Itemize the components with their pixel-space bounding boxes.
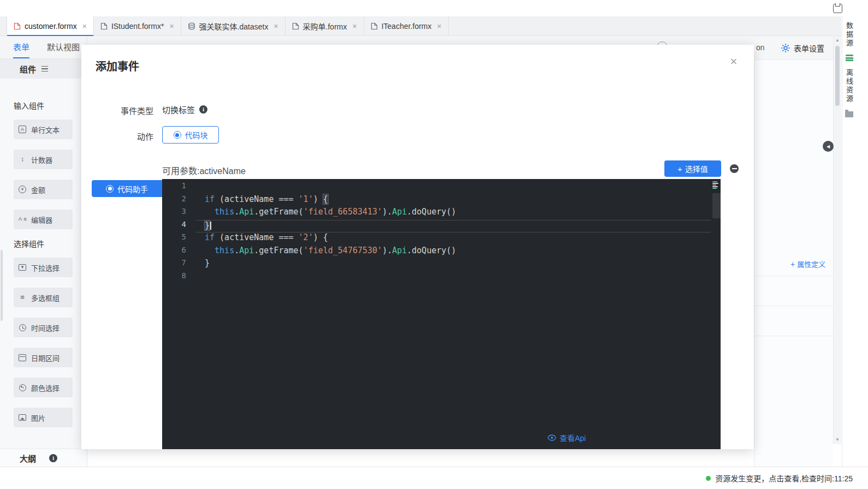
- time-icon: [18, 323, 27, 332]
- params-hint: 可用参数:activeName: [162, 164, 246, 177]
- left-sidebar: 表单 默认视图 组件 输入组件单行文本计数器金额编辑器选择组件下拉选择多选框组时…: [0, 36, 87, 467]
- component-time[interactable]: 时间选择: [14, 318, 73, 337]
- close-icon[interactable]: [169, 22, 174, 30]
- scroll-up-icon[interactable]: [834, 37, 841, 44]
- code-line[interactable]: this.Api.getFrame('field_66583413').Api.…: [196, 207, 711, 220]
- select-value-button[interactable]: 选择值: [664, 160, 721, 177]
- dropdown-icon: [18, 263, 27, 272]
- component-label: 图片: [31, 413, 45, 423]
- code-line[interactable]: if (activeName === '2') {: [196, 232, 711, 246]
- code-line[interactable]: [196, 271, 711, 284]
- component-counter[interactable]: 计数器: [14, 150, 73, 169]
- status-message[interactable]: 资源发生变更，点击查看,检查时间:11:25: [715, 473, 853, 484]
- line-number: 6: [162, 246, 196, 259]
- tab-采购单.formx[interactable]: 采购单.formx: [286, 16, 364, 35]
- dataset-icon[interactable]: [846, 55, 853, 62]
- editor-gutter: 12345678: [162, 181, 196, 284]
- editor-code[interactable]: if (activeName === '1') { this.Api.getFr…: [196, 181, 711, 284]
- view-api-label: 查看Api: [560, 432, 586, 443]
- close-icon[interactable]: [437, 22, 442, 30]
- tab-form[interactable]: 表单: [13, 36, 29, 58]
- scrollbar-thumb[interactable]: [835, 46, 840, 106]
- close-icon[interactable]: [274, 22, 278, 30]
- dialog-title: 添加事件: [96, 58, 139, 74]
- line-number: 3: [162, 207, 196, 220]
- info-icon[interactable]: [199, 105, 207, 114]
- tab-default-view[interactable]: 默认视图: [47, 36, 80, 58]
- tab-IStudent.formx*[interactable]: IStudent.formx*: [94, 16, 181, 35]
- editor-minimap[interactable]: [711, 181, 720, 189]
- minimap-line: [712, 181, 717, 182]
- code-line[interactable]: }: [196, 258, 711, 271]
- menu-icon[interactable]: [41, 66, 48, 71]
- tab-ITeacher.formx[interactable]: ITeacher.formx: [364, 16, 449, 35]
- close-icon[interactable]: [82, 22, 87, 30]
- folder-icon[interactable]: [845, 111, 853, 117]
- component-dropdown[interactable]: 下拉选择: [14, 258, 73, 277]
- tab-label: ITeacher.formx: [382, 22, 432, 31]
- close-icon[interactable]: [728, 56, 740, 68]
- view-api-link[interactable]: 查看Api: [548, 432, 586, 443]
- save-button[interactable]: [832, 3, 843, 14]
- code-assistant-label: 代码助手: [117, 183, 148, 194]
- component-checkbox-group[interactable]: 多选框组: [14, 288, 73, 307]
- group-title: 选择组件: [14, 240, 87, 249]
- code-assistant-button[interactable]: 代码助手: [92, 180, 162, 197]
- properties-panel: 属性定义: [754, 60, 833, 467]
- code-editor[interactable]: 12345678 if (activeName === '1') { this.…: [162, 179, 721, 449]
- component-date-range[interactable]: 日期区间: [14, 348, 73, 367]
- text-cursor: [210, 222, 211, 230]
- editor-icon: [18, 215, 27, 224]
- eye-icon: [548, 434, 556, 441]
- code-line[interactable]: if (activeName === '1') {: [196, 194, 711, 207]
- tab-label: customer.formx: [25, 22, 77, 31]
- header-partial-text: on: [756, 43, 765, 52]
- code-line[interactable]: }: [196, 220, 711, 233]
- dataset-file-icon: [188, 22, 195, 30]
- add-property-label: 属性定义: [797, 259, 825, 269]
- statusbar: 资源发生变更，点击查看,检查时间:11:25: [0, 467, 868, 489]
- close-icon[interactable]: [352, 22, 356, 30]
- rail-item-datasource[interactable]: 数据源: [844, 22, 854, 48]
- add-property-button[interactable]: 属性定义: [790, 259, 825, 269]
- titlebar: [0, 0, 868, 16]
- settings-label: 表单设置: [794, 43, 824, 53]
- component-color[interactable]: 颜色选择: [14, 378, 73, 397]
- info-icon[interactable]: [49, 454, 57, 462]
- component-label: 颜色选择: [31, 383, 60, 393]
- code-block-option[interactable]: 代码块: [162, 126, 219, 144]
- component-label: 日期区间: [31, 353, 60, 363]
- rail-item-offline-resources[interactable]: 离线资源: [844, 69, 854, 104]
- sidebar-scrollbar[interactable]: [1, 250, 3, 321]
- tab-bar: customer.formxIStudent.formx*强关联实体.datas…: [0, 16, 841, 36]
- remove-icon[interactable]: [730, 164, 739, 173]
- event-type-text: 切换标签: [162, 104, 195, 115]
- vertical-scrollbar[interactable]: [833, 36, 841, 444]
- target-icon: [106, 185, 114, 193]
- tab-customer.formx[interactable]: customer.formx: [7, 16, 94, 35]
- tab-强关联实体.datasetx[interactable]: 强关联实体.datasetx: [181, 16, 286, 35]
- component-label: 金额: [31, 184, 45, 195]
- component-label: 下拉选择: [31, 263, 60, 273]
- code-line[interactable]: this.Api.getFrame('field_54767530').Api.…: [196, 246, 711, 259]
- scroll-down-icon[interactable]: [834, 436, 841, 444]
- code-block-label: 代码块: [185, 129, 208, 140]
- component-label: 时间选择: [31, 323, 60, 333]
- line-number: 4: [162, 220, 196, 233]
- add-event-dialog: 添加事件 事件类型 切换标签 动作 代码块 可用参数:activeName 选择…: [81, 45, 754, 449]
- component-currency[interactable]: 金额: [14, 180, 73, 199]
- component-editor[interactable]: 编辑器: [14, 210, 73, 229]
- code-line[interactable]: [196, 181, 711, 194]
- form-settings-button[interactable]: 表单设置: [781, 43, 824, 53]
- text-icon: [18, 125, 27, 134]
- collapse-panel-button[interactable]: [823, 141, 834, 152]
- property-row-divider: [754, 306, 833, 306]
- editor-scrollbar-thumb[interactable]: [712, 193, 721, 218]
- component-text[interactable]: 单行文本: [14, 120, 73, 139]
- image-icon: [18, 413, 27, 422]
- outline-section[interactable]: 大纲: [0, 449, 87, 467]
- view-tabs: 表单 默认视图: [0, 36, 87, 59]
- event-type-label: 事件类型: [81, 105, 153, 116]
- form-file-icon: [100, 22, 108, 30]
- component-image[interactable]: 图片: [14, 408, 73, 427]
